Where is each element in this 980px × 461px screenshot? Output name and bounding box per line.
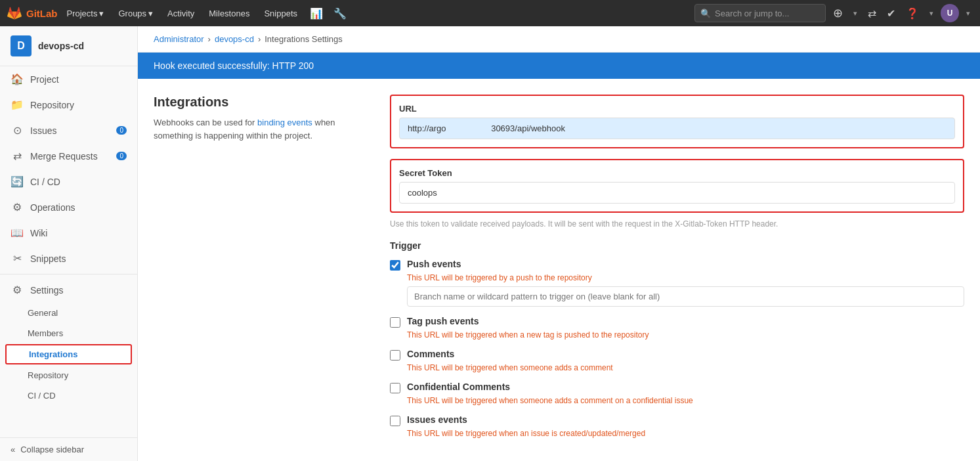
token-group: Secret Token (390, 159, 964, 213)
home-icon: 🏠 (11, 73, 24, 85)
tag-push-events-label: Tag push events (407, 316, 479, 326)
comments-label: Comments (407, 349, 454, 359)
submenu-integrations[interactable]: Integrations (5, 344, 132, 364)
merge-request-nav-icon: ⇄ (11, 150, 24, 162)
sidebar-label-settings: Settings (30, 285, 64, 296)
submenu-general[interactable]: General (0, 303, 137, 323)
issues-icon[interactable]: ✔ (884, 7, 899, 20)
sidebar-item-project[interactable]: 🏠 Project (0, 66, 137, 92)
issues-nav-icon: ⊙ (11, 124, 24, 137)
sidebar-item-wiki[interactable]: 📖 Wiki (0, 220, 137, 246)
breadcrumb-admin[interactable]: Administrator (154, 34, 204, 44)
cicd-icon: 🔄 (11, 175, 24, 188)
sidebar-item-settings[interactable]: ⚙ Settings (0, 277, 137, 303)
top-navigation: GitLab Projects ▾ Groups ▾ Activity Mile… (0, 0, 980, 26)
push-events-label: Push events (407, 259, 461, 269)
breadcrumb-sep2: › (258, 34, 261, 44)
nav-snippets[interactable]: Snippets (259, 9, 303, 18)
sidebar-label-wiki: Wiki (30, 228, 47, 238)
settings-submenu: General Members Integrations Repository … (0, 303, 137, 406)
confidential-comments-desc: This URL will be triggered when someone … (407, 396, 964, 405)
user-dropdown-icon[interactable]: ▾ (963, 9, 973, 18)
help-dropdown-icon[interactable]: ▾ (926, 9, 937, 18)
sidebar-item-snippets[interactable]: ✂ Snippets (0, 246, 137, 271)
content-body: Integrations Webhooks can be used for bi… (138, 79, 980, 461)
tag-push-events-checkbox[interactable] (390, 317, 400, 328)
trigger-tag-push: Tag push events This URL will be trigger… (390, 316, 964, 340)
sidebar-label-operations: Operations (30, 202, 75, 213)
integrations-title: Integrations (154, 95, 364, 110)
collapse-sidebar-button[interactable]: « Collapse sidebar (0, 437, 137, 461)
user-avatar[interactable]: U (941, 4, 959, 22)
success-banner: Hook executed successfully: HTTP 200 (138, 53, 980, 79)
new-item-icon[interactable]: ⊕ (830, 6, 846, 20)
push-branch-input[interactable] (407, 286, 964, 307)
token-label: Secret Token (399, 168, 955, 178)
comments-checkbox[interactable] (390, 350, 400, 361)
sidebar-label-snippets: Snippets (30, 253, 66, 264)
description-text: Webhooks can be used for (154, 118, 257, 127)
merge-requests-badge: 0 (116, 152, 127, 160)
wiki-icon: 📖 (11, 227, 24, 239)
dropdown-new-icon[interactable]: ▾ (850, 9, 861, 18)
sidebar-label-cicd: CI / CD (30, 177, 60, 187)
search-box[interactable]: 🔍 (694, 4, 826, 22)
push-events-desc: This URL will be triggered by a push to … (407, 273, 964, 282)
nav-activity[interactable]: Activity (162, 9, 200, 18)
settings-icon: ⚙ (11, 284, 24, 296)
sidebar: D devops-cd 🏠 Project 📁 Repository ⊙ Iss… (0, 26, 138, 461)
search-input[interactable] (715, 9, 820, 18)
left-panel: Integrations Webhooks can be used for bi… (154, 95, 364, 447)
wrench-icon[interactable]: 🔧 (330, 7, 350, 20)
sidebar-divider (0, 274, 137, 274)
help-icon[interactable]: ❓ (903, 7, 922, 20)
submenu-members[interactable]: Members (0, 323, 137, 343)
binding-link[interactable]: binding events (257, 118, 312, 127)
sidebar-label-repository: Repository (30, 100, 74, 110)
merge-request-icon[interactable]: ⇄ (864, 7, 880, 20)
project-name: devops-cd (38, 41, 84, 51)
breadcrumb: Administrator › devops-cd › Integrations… (138, 26, 980, 53)
breadcrumb-current: Integrations Settings (265, 34, 343, 44)
submenu-repository[interactable]: Repository (0, 365, 137, 385)
push-events-checkbox[interactable] (390, 260, 400, 271)
sidebar-item-cicd[interactable]: 🔄 CI / CD (0, 169, 137, 194)
tag-push-events-desc: This URL will be triggered when a new ta… (407, 330, 964, 340)
chevron-left-icon: « (11, 445, 15, 454)
trigger-confidential-comments: Confidential Comments This URL will be t… (390, 382, 964, 405)
breadcrumb-sep1: › (208, 34, 211, 44)
chart-icon[interactable]: 📊 (307, 7, 326, 20)
confidential-comments-label: Confidential Comments (407, 382, 510, 392)
token-input[interactable] (399, 182, 955, 204)
collapse-label: Collapse sidebar (20, 445, 84, 454)
url-group: URL (390, 95, 964, 148)
url-input[interactable] (399, 118, 955, 139)
nav-projects[interactable]: Projects ▾ (62, 9, 110, 18)
sidebar-item-issues[interactable]: ⊙ Issues 0 (0, 118, 137, 143)
sidebar-label-project: Project (30, 74, 59, 85)
nav-milestones[interactable]: Milestones (203, 9, 255, 18)
banner-message: Hook executed successfully: HTTP 200 (154, 60, 314, 71)
submenu-cicd[interactable]: CI / CD (0, 385, 137, 406)
snippets-icon: ✂ (11, 252, 24, 265)
confidential-comments-checkbox[interactable] (390, 383, 400, 393)
url-label: URL (399, 104, 955, 114)
breadcrumb-project[interactable]: devops-cd (215, 34, 254, 44)
token-helper: Use this token to validate received payl… (390, 218, 964, 230)
search-icon: 🔍 (700, 9, 711, 18)
project-avatar: D (11, 35, 32, 56)
trigger-push: Push events This URL will be triggered b… (390, 259, 964, 307)
gitlab-logo[interactable]: GitLab (7, 5, 58, 21)
nav-groups[interactable]: Groups ▾ (113, 9, 158, 18)
issues-events-checkbox[interactable] (390, 416, 400, 426)
comments-desc: This URL will be triggered when someone … (407, 363, 964, 372)
repo-icon: 📁 (11, 99, 24, 111)
sidebar-project[interactable]: D devops-cd (0, 26, 137, 66)
sidebar-item-repository[interactable]: 📁 Repository (0, 92, 137, 118)
sidebar-item-operations[interactable]: ⚙ Operations (0, 194, 137, 220)
issues-badge: 0 (116, 126, 127, 135)
issues-events-label: Issues events (407, 414, 467, 425)
sidebar-item-merge-requests[interactable]: ⇄ Merge Requests 0 (0, 143, 137, 169)
issues-events-desc: This URL will be triggered when an issue… (407, 429, 964, 438)
integrations-description: Webhooks can be used for binding events … (154, 116, 364, 142)
